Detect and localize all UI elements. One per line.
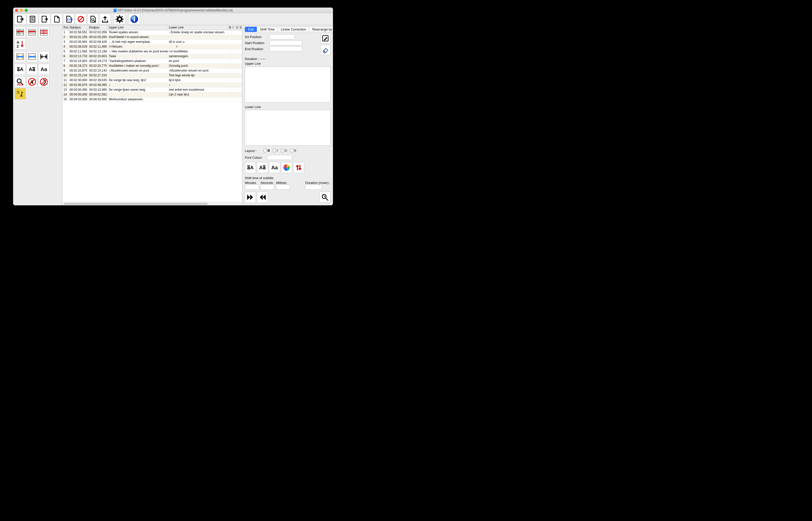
millisec-input[interactable] xyxy=(276,185,290,190)
svg-point-10 xyxy=(92,18,94,21)
duration-msec-input[interactable] xyxy=(305,185,322,190)
table-row[interactable]: 500:02:11,56500:02:13,198-- Hier moeten … xyxy=(63,49,242,54)
swap-lines-button[interactable] xyxy=(293,162,304,173)
table-row[interactable]: 700:02:15,90300:02:19,273"Aanhalingsteke… xyxy=(63,59,242,64)
svg-point-53 xyxy=(28,78,36,85)
erase-entry-button[interactable] xyxy=(320,45,330,55)
edit-entry-button[interactable] xyxy=(320,33,330,43)
col-s[interactable]: S xyxy=(238,25,242,30)
disable-a-button[interactable]: A xyxy=(26,76,38,87)
insert-row-button[interactable]: + xyxy=(15,27,26,38)
table-row[interactable]: 1000:02:25,23400:02:27,333Test lege eers… xyxy=(63,73,242,78)
stretch-button[interactable] xyxy=(38,51,49,62)
document-export-button[interactable] xyxy=(39,14,50,25)
start-position-input[interactable] xyxy=(270,40,302,45)
bold-checkbox[interactable] xyxy=(263,149,267,152)
merge-rows-button[interactable] xyxy=(38,27,49,38)
seconds-input[interactable] xyxy=(260,185,275,190)
table-row[interactable]: 1300:03:00,45600:03:10,885De vorige lijn… xyxy=(63,88,242,92)
svg-text:+: + xyxy=(17,30,19,34)
window-zoom-button[interactable] xyxy=(25,9,28,12)
window-title-text: SRT Editor v3.0.0 [/Volumes/DATA 10TB/DA… xyxy=(118,8,233,12)
clear-button[interactable] xyxy=(75,14,87,25)
col-end[interactable]: Endpos xyxy=(88,25,108,30)
document-button[interactable] xyxy=(27,14,38,25)
translate-button[interactable]: 文A xyxy=(15,88,26,99)
col-pos[interactable]: Pos xyxy=(63,25,69,30)
srt-position-input[interactable] xyxy=(270,34,295,39)
svg-rect-40 xyxy=(40,32,47,34)
shift-forward-button[interactable] xyxy=(245,192,256,203)
svg-rect-38 xyxy=(40,29,47,35)
table-row[interactable]: 900:02:20,87500:02:24,143♫Muzieknoten wi… xyxy=(63,69,242,73)
tab-fps[interactable]: Rearrange by FPS xyxy=(309,27,333,32)
svg-rect-24 xyxy=(134,18,135,21)
table-row[interactable]: 1500:04:03,00000:04:03,500Minimumduur aa… xyxy=(63,97,242,102)
tab-edit[interactable]: Edit xyxy=(245,27,257,32)
delete-row-button[interactable]: − xyxy=(26,27,38,38)
table-row[interactable]: 600:02:13,73300:02:15,803Tweesamenvoegen… xyxy=(63,54,242,59)
table-row[interactable]: 200:02:02,15600:02:05,593HooFdletter f i… xyxy=(63,35,242,40)
export-button[interactable] xyxy=(15,14,26,25)
duration-value: ----- xyxy=(260,57,265,61)
table-row[interactable]: 800:02:19,37300:02:20,775Hoofdletter i m… xyxy=(63,64,242,69)
document-icon xyxy=(114,8,117,12)
col-b[interactable]: B xyxy=(228,25,231,30)
disable-hearing-button[interactable] xyxy=(38,76,49,87)
uppercase-right-button[interactable]: a̅A xyxy=(15,64,26,75)
panel-tabs: Edit Shift Time Linear Correction Rearra… xyxy=(245,26,330,32)
tab-linear[interactable]: Linear Correction xyxy=(278,27,309,32)
table-row[interactable]: 100:01:58,55100:02:02,056Teveel spaties … xyxy=(63,30,242,35)
colour-picker-button[interactable] xyxy=(281,162,292,173)
end-position-input[interactable] xyxy=(270,46,302,51)
panel-case-button[interactable]: Aa xyxy=(269,162,280,173)
upload-button[interactable] xyxy=(99,14,111,25)
new-document-button[interactable] xyxy=(51,14,63,25)
svg-rect-13 xyxy=(119,15,120,16)
case-button[interactable]: Aa xyxy=(38,64,49,75)
svg-line-11 xyxy=(94,20,95,22)
millisec-label: Millisec xyxy=(276,181,290,185)
strike-checkbox[interactable] xyxy=(290,149,294,152)
table-row[interactable]: 400:02:08,52900:02:11,465>>Wissen.< xyxy=(63,45,242,49)
apply-duration-button[interactable] xyxy=(319,192,330,203)
duration-msec-label: Duration (msec) : xyxy=(305,181,330,185)
table-row[interactable]: 1400:04:00,00000:04:02,562Lijn 2 naar li… xyxy=(63,92,242,97)
sort-button[interactable]: AZ xyxy=(15,39,26,50)
table-body[interactable]: 100:01:58,55100:02:02,056Teveel spaties … xyxy=(63,30,242,202)
uppercase-left-button[interactable]: Aa̅ xyxy=(26,64,38,75)
col-lower[interactable]: Lower Line xyxy=(168,25,228,30)
panel-uppercase-left-button[interactable]: Aa̅ xyxy=(257,162,268,173)
info-button[interactable]: Info xyxy=(63,14,74,25)
col-start[interactable]: Startpos xyxy=(69,25,88,30)
svg-rect-1 xyxy=(30,16,35,22)
window-minimize-button[interactable] xyxy=(20,9,23,12)
table-row[interactable]: 300:02:05,69300:02:08,429... Ik heb mijn… xyxy=(63,40,242,45)
window-close-button[interactable] xyxy=(15,9,18,12)
tab-shift[interactable]: Shift Time xyxy=(257,27,278,32)
svg-rect-14 xyxy=(119,22,120,23)
col-u[interactable]: U xyxy=(235,25,238,30)
svg-point-55 xyxy=(40,78,47,85)
table-row[interactable]: 1200:02:45,87500:02:46,365♪♪ xyxy=(63,83,242,88)
about-button[interactable] xyxy=(129,14,140,25)
lower-line-input[interactable] xyxy=(245,110,330,146)
table-row[interactable]: 1100:02:30,90000:02:39,635De vorige lijn… xyxy=(63,78,242,83)
settings-button[interactable] xyxy=(114,14,125,25)
fix-pos-button[interactable]: POS xyxy=(15,76,26,87)
table-h-scrollbar[interactable] xyxy=(63,202,242,205)
shift-backward-button[interactable] xyxy=(257,192,268,203)
col-i[interactable]: I xyxy=(231,25,235,30)
row-up-down-button[interactable] xyxy=(15,51,26,62)
upper-line-input[interactable] xyxy=(245,67,330,103)
minutes-input[interactable] xyxy=(245,185,259,190)
svg-rect-16 xyxy=(122,19,124,20)
font-colour-input[interactable] xyxy=(267,155,292,160)
content-area: + − AZ a̅A Aa̅ Aa POS A 文A xyxy=(13,25,333,205)
underline-checkbox[interactable] xyxy=(281,149,284,152)
italic-checkbox[interactable] xyxy=(273,149,276,152)
col-upper[interactable]: Upper Line xyxy=(108,25,168,30)
row-swap-button[interactable] xyxy=(26,51,38,62)
fix-button[interactable] xyxy=(87,14,99,25)
panel-uppercase-right-button[interactable]: a̅A xyxy=(245,162,256,173)
